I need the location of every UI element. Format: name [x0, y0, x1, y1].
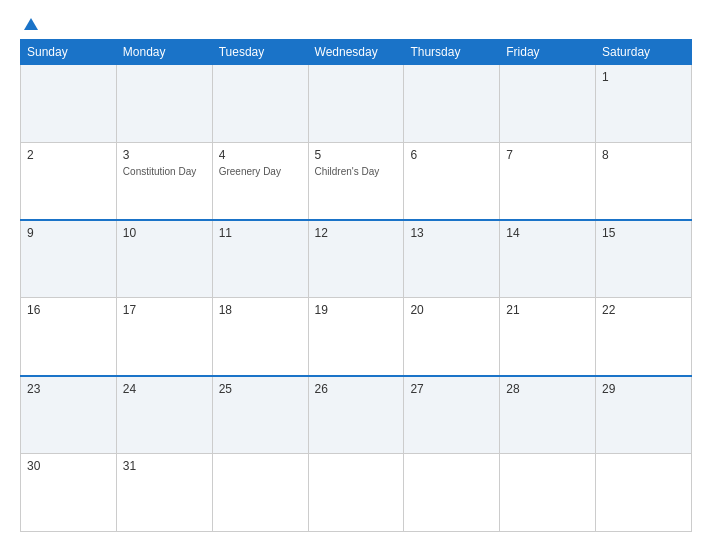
- calendar-cell: [596, 454, 692, 532]
- calendar-cell: 13: [404, 220, 500, 298]
- week-row-5: 23242526272829: [21, 376, 692, 454]
- calendar-cell: [21, 65, 117, 143]
- holiday-name: Children's Day: [315, 165, 398, 178]
- header-sunday: Sunday: [21, 40, 117, 65]
- calendar-cell: 17: [116, 298, 212, 376]
- week-row-2: 23Constitution Day4Greenery Day5Children…: [21, 142, 692, 220]
- day-number: 30: [27, 459, 110, 473]
- calendar-cell: 21: [500, 298, 596, 376]
- day-number: 18: [219, 303, 302, 317]
- day-number: 25: [219, 382, 302, 396]
- day-number: 22: [602, 303, 685, 317]
- calendar-cell: 23: [21, 376, 117, 454]
- week-row-4: 16171819202122: [21, 298, 692, 376]
- calendar-cell: 29: [596, 376, 692, 454]
- day-number: 12: [315, 226, 398, 240]
- calendar-cell: 31: [116, 454, 212, 532]
- day-number: 4: [219, 148, 302, 162]
- day-number: 24: [123, 382, 206, 396]
- calendar-cell: 27: [404, 376, 500, 454]
- calendar-cell: [212, 454, 308, 532]
- calendar-cell: 26: [308, 376, 404, 454]
- calendar-cell: 3Constitution Day: [116, 142, 212, 220]
- calendar-cell: 1: [596, 65, 692, 143]
- calendar-cell: [308, 454, 404, 532]
- calendar-cell: 7: [500, 142, 596, 220]
- header-wednesday: Wednesday: [308, 40, 404, 65]
- day-number: 10: [123, 226, 206, 240]
- day-number: 26: [315, 382, 398, 396]
- day-number: 17: [123, 303, 206, 317]
- header-tuesday: Tuesday: [212, 40, 308, 65]
- calendar-cell: 12: [308, 220, 404, 298]
- header-saturday: Saturday: [596, 40, 692, 65]
- day-number: 29: [602, 382, 685, 396]
- calendar-cell: [404, 454, 500, 532]
- calendar-cell: 20: [404, 298, 500, 376]
- calendar-cell: 8: [596, 142, 692, 220]
- day-number: 28: [506, 382, 589, 396]
- calendar-cell: 10: [116, 220, 212, 298]
- top-bar: [20, 18, 692, 31]
- calendar-cell: 28: [500, 376, 596, 454]
- calendar-cell: [500, 454, 596, 532]
- calendar-cell: 16: [21, 298, 117, 376]
- calendar-cell: 22: [596, 298, 692, 376]
- day-number: 16: [27, 303, 110, 317]
- calendar-cell: 30: [21, 454, 117, 532]
- day-number: 11: [219, 226, 302, 240]
- calendar-cell: [404, 65, 500, 143]
- day-number: 31: [123, 459, 206, 473]
- week-row-1: 1: [21, 65, 692, 143]
- calendar-cell: 9: [21, 220, 117, 298]
- calendar-cell: 5Children's Day: [308, 142, 404, 220]
- header-row: SundayMondayTuesdayWednesdayThursdayFrid…: [21, 40, 692, 65]
- calendar-cell: [212, 65, 308, 143]
- calendar-cell: 19: [308, 298, 404, 376]
- logo-blue-text: [20, 18, 38, 31]
- calendar-cell: 15: [596, 220, 692, 298]
- day-number: 8: [602, 148, 685, 162]
- day-number: 20: [410, 303, 493, 317]
- calendar-cell: 4Greenery Day: [212, 142, 308, 220]
- day-number: 15: [602, 226, 685, 240]
- logo: [20, 18, 38, 31]
- logo-triangle-icon: [24, 18, 38, 30]
- day-number: 23: [27, 382, 110, 396]
- header-thursday: Thursday: [404, 40, 500, 65]
- calendar-cell: 24: [116, 376, 212, 454]
- day-number: 7: [506, 148, 589, 162]
- calendar-cell: 2: [21, 142, 117, 220]
- day-number: 19: [315, 303, 398, 317]
- calendar-page: SundayMondayTuesdayWednesdayThursdayFrid…: [0, 0, 712, 550]
- calendar-cell: 6: [404, 142, 500, 220]
- week-row-3: 9101112131415: [21, 220, 692, 298]
- header-monday: Monday: [116, 40, 212, 65]
- holiday-name: Greenery Day: [219, 165, 302, 178]
- day-number: 14: [506, 226, 589, 240]
- day-number: 1: [602, 70, 685, 84]
- week-row-6: 3031: [21, 454, 692, 532]
- holiday-name: Constitution Day: [123, 165, 206, 178]
- calendar-table: SundayMondayTuesdayWednesdayThursdayFrid…: [20, 39, 692, 532]
- calendar-cell: [116, 65, 212, 143]
- calendar-cell: 11: [212, 220, 308, 298]
- calendar-cell: 18: [212, 298, 308, 376]
- day-number: 9: [27, 226, 110, 240]
- header-friday: Friday: [500, 40, 596, 65]
- calendar-cell: [500, 65, 596, 143]
- day-number: 5: [315, 148, 398, 162]
- day-number: 6: [410, 148, 493, 162]
- calendar-cell: 25: [212, 376, 308, 454]
- calendar-cell: 14: [500, 220, 596, 298]
- day-number: 21: [506, 303, 589, 317]
- day-number: 27: [410, 382, 493, 396]
- day-number: 13: [410, 226, 493, 240]
- day-number: 3: [123, 148, 206, 162]
- day-number: 2: [27, 148, 110, 162]
- calendar-cell: [308, 65, 404, 143]
